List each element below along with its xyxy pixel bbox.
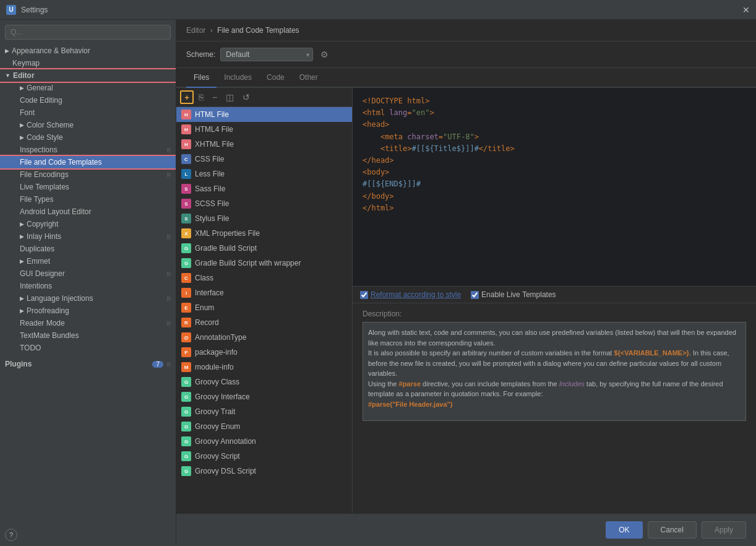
sidebar-item-intentions[interactable]: Intentions xyxy=(0,280,176,292)
add-file-button[interactable]: + xyxy=(180,90,194,104)
file-item-annotation[interactable]: @ AnnotationType xyxy=(176,330,352,345)
sidebar-item-label: File Types xyxy=(20,195,53,204)
sidebar-item-textmate[interactable]: TextMate Bundles xyxy=(0,329,176,342)
live-templates-checkbox[interactable] xyxy=(471,291,479,299)
help-button[interactable]: ? xyxy=(5,529,17,541)
sidebar-item-font[interactable]: Font xyxy=(0,106,176,119)
file-item-label: Enum xyxy=(195,303,214,312)
file-item-groovy-enum[interactable]: G Groovy Enum xyxy=(176,419,352,434)
scheme-select[interactable]: Default Project xyxy=(220,48,313,61)
sidebar-item-keymap[interactable]: Keymap xyxy=(0,57,176,69)
file-item-html4[interactable]: H HTML4 File xyxy=(176,122,352,137)
file-icon: S xyxy=(181,214,191,223)
ok-button[interactable]: OK xyxy=(606,521,642,539)
sidebar-item-appearance[interactable]: ▶ Appearance & Behavior xyxy=(0,45,176,57)
arrow-icon: ▶ xyxy=(20,233,24,240)
file-item-label: Groovy Interface xyxy=(195,392,250,401)
file-item-label: Groovy Annotation xyxy=(195,437,256,446)
file-item-groovy-script[interactable]: G Groovy Script xyxy=(176,449,352,464)
file-item-gradle[interactable]: G Gradle Build Script xyxy=(176,241,352,256)
reset-file-button[interactable]: ↺ xyxy=(239,90,254,104)
sidebar-item-file-code-templates[interactable]: File and Code Templates xyxy=(0,156,176,168)
file-item-module-info[interactable]: M module-info xyxy=(176,360,352,375)
sidebar-item-general[interactable]: ▶ General xyxy=(0,82,176,94)
duplicate-file-button[interactable]: ◫ xyxy=(222,90,238,104)
sidebar-item-proofreading[interactable]: ▶ Proofreading xyxy=(0,305,176,317)
sidebar-item-file-encodings[interactable]: File Encodings ⎘ xyxy=(0,168,176,181)
tab-includes[interactable]: Includes xyxy=(217,68,259,88)
sidebar-item-reader-mode[interactable]: Reader Mode ⎘ xyxy=(0,317,176,329)
file-item-less[interactable]: L Less File xyxy=(176,167,352,181)
plugin-badge: 7 xyxy=(152,361,163,368)
sidebar-item-gui-designer[interactable]: GUI Designer ⎘ xyxy=(0,267,176,280)
file-item-sass[interactable]: S Sass File xyxy=(176,181,352,196)
live-templates-checkbox-label[interactable]: Enable Live Templates xyxy=(471,290,556,299)
sidebar-item-color-scheme[interactable]: ▶ Color Scheme xyxy=(0,119,176,131)
copy-icon: ⎘ xyxy=(167,320,171,327)
file-item-class[interactable]: C Class xyxy=(176,271,352,285)
sidebar-item-copyright[interactable]: ▶ Copyright xyxy=(0,218,176,230)
file-item-label: module-info xyxy=(195,363,234,371)
sidebar-item-inlay-hints[interactable]: ▶ Inlay Hints ⎘ xyxy=(0,230,176,243)
tab-files[interactable]: Files xyxy=(186,68,217,88)
file-item-stylus[interactable]: S Stylus File xyxy=(176,211,352,226)
arrow-icon: ▼ xyxy=(5,72,11,79)
sidebar-item-file-types[interactable]: File Types xyxy=(0,193,176,206)
sidebar-item-emmet[interactable]: ▶ Emmet xyxy=(0,255,176,267)
sidebar-item-label: TextMate Bundles xyxy=(20,331,79,340)
file-item-groovy-annotation[interactable]: G Groovy Annotation xyxy=(176,434,352,449)
file-icon: R xyxy=(181,318,191,327)
copy-file-button[interactable]: ⎘ xyxy=(195,90,207,104)
reformat-checkbox-label[interactable]: Reformat according to style xyxy=(360,290,461,299)
file-item-label: XML Properties File xyxy=(195,229,260,238)
file-item-record[interactable]: R Record xyxy=(176,315,352,330)
file-icon: S xyxy=(181,184,191,194)
remove-file-button[interactable]: − xyxy=(208,90,221,104)
file-item-groovy-trait[interactable]: G Groovy Trait xyxy=(176,404,352,419)
tab-code[interactable]: Code xyxy=(259,68,292,88)
sidebar-item-code-editing[interactable]: Code Editing xyxy=(0,94,176,106)
sidebar-item-live-templates[interactable]: Live Templates xyxy=(0,181,176,193)
gear-button[interactable]: ⚙ xyxy=(318,48,331,61)
search-input[interactable] xyxy=(5,25,171,40)
sidebar-item-code-style[interactable]: ▶ Code Style xyxy=(0,131,176,144)
sidebar-item-plugins[interactable]: Plugins 7 ⎘ xyxy=(0,357,176,371)
tab-other[interactable]: Other xyxy=(292,68,325,88)
file-item-groovy-class[interactable]: G Groovy Class xyxy=(176,375,352,389)
file-icon: G xyxy=(181,392,191,402)
file-item-groovy-dsl[interactable]: G Groovy DSL Script xyxy=(176,464,352,479)
file-item-package-info[interactable]: P package-info xyxy=(176,345,352,360)
file-item-label: Less File xyxy=(195,170,225,178)
file-item-css[interactable]: C CSS File xyxy=(176,152,352,167)
file-item-label: package-info xyxy=(195,348,238,357)
window-title: Settings xyxy=(21,6,48,14)
file-item-scss[interactable]: S SCSS File xyxy=(176,196,352,211)
file-item-html[interactable]: H HTML File xyxy=(176,107,352,122)
close-button[interactable]: ✕ xyxy=(742,5,750,15)
sidebar-item-duplicates[interactable]: Duplicates xyxy=(0,243,176,255)
file-item-gradle-wrapper[interactable]: G Gradle Build Script with wrapper xyxy=(176,256,352,271)
file-item-xhtml[interactable]: H XHTML File xyxy=(176,137,352,152)
file-item-groovy-interface[interactable]: G Groovy Interface xyxy=(176,389,352,404)
file-item-xml[interactable]: X XML Properties File xyxy=(176,226,352,241)
file-icon: G xyxy=(181,422,191,431)
sidebar-item-editor[interactable]: ▼ Editor xyxy=(0,69,176,82)
sidebar-item-language-injections[interactable]: ▶ Language Injections ⎘ xyxy=(0,292,176,305)
reformat-checkbox[interactable] xyxy=(360,291,368,299)
file-item-label: CSS File xyxy=(195,155,224,163)
code-editor[interactable]: <!DOCTYPE html> <html lang="en"> <head> … xyxy=(353,88,756,286)
file-icon: S xyxy=(181,199,191,209)
copy-icon: ⎘ xyxy=(167,361,171,368)
file-item-label: Groovy Trait xyxy=(195,407,235,416)
sidebar-item-todo[interactable]: TODO xyxy=(0,342,176,354)
file-item-interface[interactable]: I Interface xyxy=(176,285,352,300)
file-icon: G xyxy=(181,466,191,476)
reformat-link[interactable]: Reformat according to style xyxy=(371,290,461,299)
file-item-enum[interactable]: E Enum xyxy=(176,300,352,315)
sidebar-item-label: File Encodings xyxy=(20,170,69,179)
apply-button[interactable]: Apply xyxy=(702,521,746,539)
sidebar-item-android-layout[interactable]: Android Layout Editor xyxy=(0,206,176,218)
cancel-button[interactable]: Cancel xyxy=(648,521,697,539)
file-icon: G xyxy=(181,243,191,253)
sidebar-item-inspections[interactable]: Inspections ⎘ xyxy=(0,144,176,156)
